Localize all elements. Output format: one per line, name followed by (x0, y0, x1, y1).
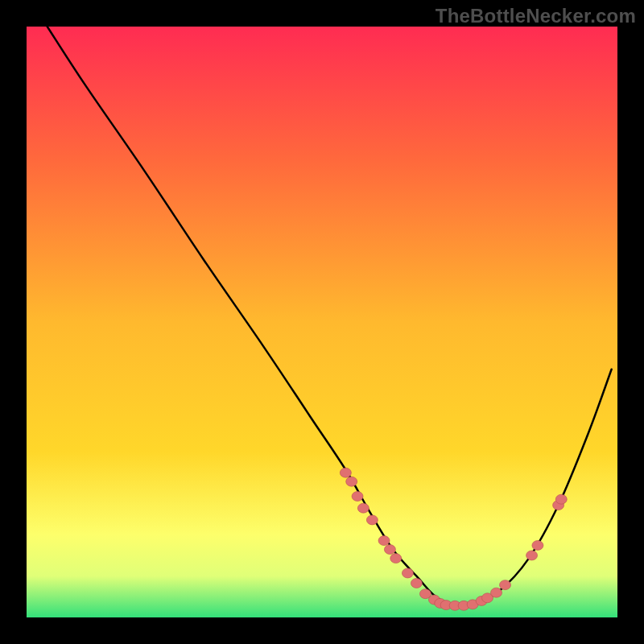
data-marker (390, 554, 402, 564)
data-marker (526, 551, 538, 560)
chart-svg (27, 27, 617, 617)
data-marker (500, 580, 511, 590)
plot-area (27, 27, 617, 617)
data-marker (357, 503, 369, 513)
data-marker (340, 468, 351, 477)
chart-background (27, 27, 617, 617)
data-marker (366, 515, 378, 525)
watermark-label: TheBottleNecker.com (436, 5, 636, 27)
data-marker (384, 545, 395, 555)
data-marker (532, 540, 543, 550)
chart-stage: TheBottleNecker.com (0, 0, 644, 644)
data-marker (555, 494, 567, 504)
data-marker (378, 536, 390, 546)
data-marker (491, 588, 502, 597)
data-marker (352, 492, 363, 502)
data-marker (346, 477, 357, 486)
data-marker (402, 568, 413, 578)
data-marker (411, 578, 422, 588)
